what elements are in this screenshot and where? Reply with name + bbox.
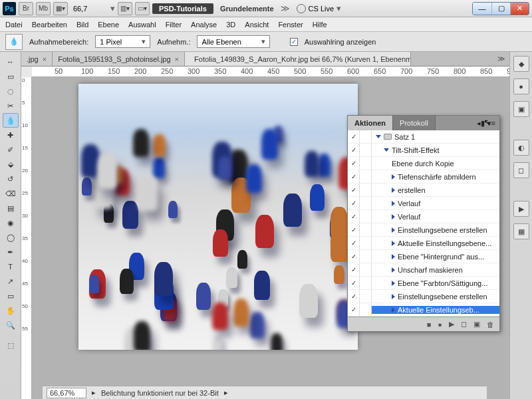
heal-tool[interactable]: ✚	[3, 128, 19, 142]
twist-icon[interactable]	[392, 294, 395, 299]
actions-panel[interactable]: Aktionen Protokoll ◂▮▾≡ ↖ ✓ Satz 1 ✓ Til…	[347, 115, 500, 332]
blur-tool[interactable]: ◉	[3, 215, 19, 230]
menu-filter[interactable]: Filter	[166, 21, 182, 29]
action-row[interactable]: ✓ Aktuelle Einstellungsebene...	[348, 237, 499, 250]
stamp-tool[interactable]: ⬙	[3, 157, 19, 172]
action-row[interactable]: ✓ Ebene "Farbton/Sättigung...	[348, 277, 499, 290]
history-brush-tool[interactable]: ↺	[3, 172, 19, 186]
sample-layers-select[interactable]: Alle Ebenen	[197, 35, 269, 48]
twist-icon[interactable]	[392, 201, 395, 206]
maximize-button[interactable]: ▢	[491, 3, 510, 15]
toggle-col[interactable]: ✓	[348, 157, 360, 170]
close-button[interactable]: ✕	[510, 3, 529, 15]
twist-icon[interactable]	[392, 214, 395, 219]
dialog-col[interactable]	[360, 250, 372, 263]
toggle-col[interactable]: ✓	[348, 250, 360, 263]
eyedropper-tool[interactable]: 💧	[3, 113, 19, 128]
toggle-col[interactable]: ✓	[348, 277, 360, 289]
arrange-button[interactable]: ▥▾	[118, 2, 132, 15]
document-canvas[interactable]	[78, 84, 358, 350]
dialog-col[interactable]	[360, 237, 372, 249]
swatches-panel-icon[interactable]: ●	[513, 78, 529, 94]
twist-icon[interactable]	[392, 174, 395, 180]
menu-analyse[interactable]: Analyse	[191, 21, 217, 29]
action-row[interactable]: ✓ Satz 1	[348, 130, 499, 144]
tab-history[interactable]: Protokoll	[393, 116, 436, 130]
trash-icon[interactable]: 🗑	[487, 321, 494, 329]
tabs-overflow[interactable]: ≫	[493, 52, 509, 66]
toggle-col[interactable]: ✓	[348, 263, 360, 276]
action-row[interactable]: ✓ erstellen	[348, 184, 499, 197]
menu-fenster[interactable]: Fenster	[278, 21, 303, 29]
dialog-col[interactable]	[360, 197, 372, 209]
action-row[interactable]: ✓ Verlauf	[348, 197, 499, 210]
toggle-col[interactable]: ✓	[348, 197, 360, 209]
action-row[interactable]: ✓ Einstellungsebene erstellen	[348, 223, 499, 237]
marquee-tool[interactable]: ▭	[3, 69, 19, 84]
actions-list[interactable]: ✓ Satz 1 ✓ Tilt-Shift-Effekt ✓ Ebene dur…	[348, 130, 499, 317]
toggle-col[interactable]: ✓	[348, 223, 360, 236]
dialog-col[interactable]	[360, 170, 372, 183]
doc-tab-3[interactable]: Fotolia_149839_S_Aaron_Kohr.jpg bei 66,7…	[185, 52, 411, 66]
close-icon[interactable]: ×	[43, 55, 47, 63]
dialog-col[interactable]	[360, 290, 372, 303]
menu-hilfe[interactable]: Hilfe	[313, 21, 327, 29]
brush-tool[interactable]: ✐	[3, 142, 19, 157]
play-panel-icon[interactable]: ▶	[513, 201, 529, 217]
twist-icon[interactable]	[392, 281, 395, 286]
play-icon[interactable]: ▶	[449, 320, 454, 329]
doc-tab-1[interactable]: .jpg×	[21, 52, 53, 66]
toggle-col[interactable]: ✓	[348, 210, 360, 223]
screen-mode-button[interactable]: ▭▾	[135, 2, 150, 15]
doc-info-icon[interactable]: ▸	[92, 388, 96, 397]
twist-icon[interactable]	[392, 188, 395, 193]
panel-menu[interactable]: ◂▮▾≡	[473, 119, 499, 128]
menu-ebene[interactable]: Ebene	[98, 21, 119, 29]
dialog-col[interactable]	[360, 303, 372, 316]
twist-icon[interactable]	[376, 135, 381, 138]
gradient-tool[interactable]: ▤	[3, 201, 19, 215]
shape-tool[interactable]: ▭	[3, 289, 19, 303]
toggle-col[interactable]: ✓	[348, 303, 360, 316]
action-row[interactable]: ✓ Aktuelle Einstellungseb...	[348, 303, 499, 317]
action-row[interactable]: ✓ Ebene durch Kopie	[348, 157, 499, 170]
adjust-panel-icon[interactable]: ◐	[513, 140, 529, 156]
workspace-tag[interactable]: PSD-Tutorials	[152, 3, 213, 14]
tab-actions[interactable]: Aktionen	[348, 116, 393, 130]
dialog-col[interactable]	[360, 210, 372, 223]
toggle-col[interactable]: ✓	[348, 170, 360, 183]
toggle-col[interactable]: ✓	[348, 184, 360, 196]
workspace-subtag[interactable]: Grundelemente	[216, 3, 278, 14]
close-icon[interactable]: ×	[175, 55, 179, 63]
twist-icon[interactable]	[392, 254, 395, 259]
minibridge-button[interactable]: Mb	[36, 2, 51, 15]
menu-bearbeiten[interactable]: Bearbeiten	[32, 21, 67, 29]
action-row[interactable]: ✓ Tiefenschärfe abmildern	[348, 170, 499, 184]
dialog-col[interactable]	[360, 277, 372, 289]
menu-ansicht[interactable]: Ansicht	[245, 21, 269, 29]
dialog-col[interactable]	[360, 157, 372, 170]
twist-icon[interactable]	[392, 227, 395, 233]
pen-tool[interactable]: ✒	[3, 245, 19, 259]
eyedropper-icon[interactable]: 💧	[5, 34, 23, 50]
stop-icon[interactable]: ■	[427, 321, 432, 329]
toggle-col[interactable]: ✓	[348, 144, 360, 156]
chevron-right-icon[interactable]: ≫	[281, 3, 290, 13]
path-tool[interactable]: ↗	[3, 274, 19, 289]
type-tool[interactable]: T	[3, 259, 19, 274]
sample-size-select[interactable]: 1 Pixel	[95, 35, 150, 48]
status-zoom[interactable]: 66,67%	[47, 388, 86, 398]
view-extras-button[interactable]: ▦▾	[53, 2, 68, 15]
dialog-col[interactable]	[360, 184, 372, 196]
twist-icon[interactable]	[384, 148, 389, 152]
color-swap[interactable]: ⬚	[3, 338, 19, 352]
move-tool[interactable]: ↔	[3, 55, 19, 69]
action-row[interactable]: ✓ Tilt-Shift-Effekt	[348, 144, 499, 157]
hand-tool[interactable]: ✋	[3, 303, 19, 318]
twist-icon[interactable]	[392, 307, 395, 313]
zoom-level[interactable]: 66,7	[70, 3, 108, 14]
toggle-col[interactable]: ✓	[348, 237, 360, 249]
show-ring-checkbox[interactable]: ✓	[290, 38, 298, 46]
masks-panel-icon[interactable]: ◻	[513, 162, 529, 178]
cs-live[interactable]: CS Live▾	[297, 3, 342, 13]
